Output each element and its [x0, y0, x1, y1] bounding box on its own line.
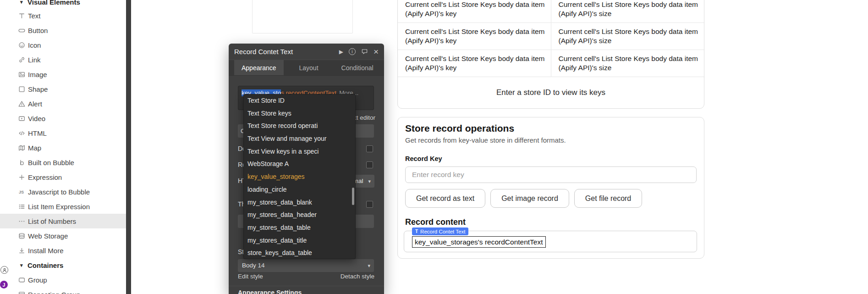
- record-content-label: Record content: [405, 217, 697, 227]
- button-icon: [18, 27, 26, 34]
- sidebar-item-label: Repeating Group: [28, 291, 80, 294]
- sidebar-item-list-item-expression[interactable]: List Item Expression: [0, 199, 126, 214]
- autocomplete-option[interactable]: Text Store ID: [244, 94, 355, 107]
- ghost-element-outline: [252, 0, 353, 33]
- chevron-down-icon: ▾: [368, 259, 370, 272]
- sidebar-item-label: Video: [28, 115, 45, 122]
- preview-play-icon[interactable]: ▶: [339, 49, 343, 55]
- autocomplete-option[interactable]: my_stores_data_header: [244, 209, 355, 222]
- selected-element-tag-label: Record Contet Text: [420, 229, 465, 234]
- sidebar-section-visual-elements[interactable]: ▾Visual Elements: [0, 0, 126, 8]
- sidebar-item-map[interactable]: Map: [0, 140, 126, 155]
- cell-line2: (Apify API)'s size: [559, 63, 704, 72]
- sidebar-item-text[interactable]: Text: [0, 8, 126, 23]
- cell-line2: (Apify API)'s key: [405, 36, 551, 45]
- panel-body: key_value_stos recordContentTextMore... …: [229, 76, 384, 294]
- sidebar-section-containers[interactable]: ▾Containers: [0, 258, 126, 272]
- bubble-icon: [18, 159, 26, 166]
- checkbox[interactable]: [366, 201, 373, 208]
- sidebar-item-icon[interactable]: Icon: [0, 38, 126, 52]
- autocomplete-option[interactable]: Text View keys in a speci: [244, 145, 355, 158]
- autocomplete-option[interactable]: WebStorage A: [244, 158, 355, 171]
- sidebar-item-list-of-numbers[interactable]: List of Numbers: [0, 214, 126, 228]
- chevron-down-icon: ▾: [20, 0, 25, 5]
- edit-style-link[interactable]: Edit style: [238, 273, 263, 280]
- sidebar-item-web-storage[interactable]: Web Storage: [0, 228, 126, 243]
- tab-appearance[interactable]: Appearance: [234, 60, 284, 75]
- cell-line1: Current cell's List Store Keys body data…: [405, 0, 551, 9]
- autocomplete-option[interactable]: Text Store record operati: [244, 120, 355, 133]
- checkbox[interactable]: [366, 161, 373, 168]
- cell-line1: Current cell's List Store Keys body data…: [405, 27, 551, 36]
- sidebar-item-video[interactable]: Video: [0, 111, 126, 126]
- tab-conditional[interactable]: Conditional: [334, 60, 381, 75]
- sidebar-item-button[interactable]: Button: [0, 23, 126, 38]
- table-cell-right[interactable]: Current cell's List Store Keys body data…: [551, 23, 704, 50]
- dropdown-scrollbar[interactable]: [352, 188, 354, 205]
- button-get-file-record[interactable]: Get file record: [574, 189, 642, 208]
- sidebar-item-label: HTML: [28, 129, 47, 137]
- autocomplete-option[interactable]: Text View and manage your: [244, 133, 355, 145]
- table-row: Current cell's List Store Keys body data…: [398, 50, 704, 77]
- panel-tabs: AppearanceLayoutConditional: [229, 60, 384, 76]
- record-key-label: Record Key: [405, 155, 697, 162]
- store-operations-card: Store record operations Get records from…: [397, 117, 704, 259]
- table-cell-left[interactable]: Current cell's List Store Keys body data…: [398, 23, 551, 50]
- table-cell-right[interactable]: Current cell's List Store Keys body data…: [551, 0, 704, 22]
- sidebar-item-built-on-bubble[interactable]: Built on Bubble: [0, 155, 126, 170]
- cell-line2: (Apify API)'s key: [405, 63, 551, 72]
- checkbox[interactable]: [366, 145, 373, 152]
- sidebar-item-install-more[interactable]: Install More: [0, 243, 126, 258]
- cell-line2: (Apify API)'s size: [559, 36, 704, 45]
- property-editor-header[interactable]: Record Contet Text ▶ i ×: [229, 44, 384, 60]
- autocomplete-option[interactable]: my_stores_data_table: [244, 222, 355, 234]
- autocomplete-option[interactable]: store_keys_data_table: [244, 247, 355, 259]
- table-cell-left[interactable]: Current cell's List Store Keys body data…: [398, 50, 551, 77]
- sidebar-item-label: Group: [28, 276, 47, 284]
- sidebar-item-alert[interactable]: Alert: [0, 96, 126, 111]
- autocomplete-option[interactable]: key_value_storages: [244, 171, 355, 183]
- tab-layout[interactable]: Layout: [292, 60, 326, 75]
- autocomplete-option[interactable]: my_stores_data_title: [244, 234, 355, 247]
- autocomplete-option[interactable]: my_stores_data_blank: [244, 196, 355, 209]
- cell-line1: Current cell's List Store Keys body data…: [405, 54, 551, 63]
- sidebar-item-group[interactable]: Group: [0, 272, 126, 287]
- sidebar-item-javascript-to-bubble[interactable]: JSJavascript to Bubble: [0, 184, 126, 199]
- sidebar-item-shape[interactable]: Shape: [0, 82, 126, 96]
- user-presence-icon[interactable]: [0, 266, 8, 274]
- autocomplete-option[interactable]: Text Store keys: [244, 107, 355, 120]
- sidebar-item-link[interactable]: Link: [0, 52, 126, 67]
- button-get-image-record[interactable]: Get image record: [490, 189, 569, 208]
- install-more-icon: [18, 247, 26, 255]
- selected-text-element[interactable]: key_value_storages's recordContentText: [412, 236, 546, 248]
- keys-table-card: Current cell's List Store Keys body data…: [397, 0, 704, 109]
- sidebar-item-label: Link: [28, 56, 41, 64]
- sidebar-scrollbar[interactable]: [126, 0, 131, 294]
- sidebar-item-expression[interactable]: Expression: [0, 170, 126, 184]
- video-icon: [18, 115, 26, 122]
- autocomplete-option[interactable]: loading_circle: [244, 183, 355, 196]
- detach-style-link[interactable]: Detach style: [341, 273, 374, 280]
- style-select[interactable]: Body 14 ▾: [238, 259, 374, 272]
- selected-element-tag[interactable]: T Record Contet Text: [412, 227, 468, 235]
- close-icon[interactable]: ×: [374, 47, 379, 56]
- sidebar-item-repeating-group[interactable]: Repeating Group: [0, 287, 126, 294]
- shape-icon: [18, 85, 26, 93]
- card-subtitle: Get records from key-value store in diff…: [405, 136, 697, 144]
- image-icon: [18, 71, 26, 78]
- table-row: Current cell's List Store Keys body data…: [398, 23, 704, 50]
- button-get-record-as-text[interactable]: Get record as text: [405, 189, 485, 208]
- appearance-settings-header[interactable]: Appearance Settings: [238, 289, 302, 294]
- sidebar-item-image[interactable]: Image: [0, 67, 126, 82]
- link-icon: [18, 56, 26, 64]
- info-icon[interactable]: i: [349, 48, 356, 55]
- rich-text-editor-link[interactable]: xt editor: [353, 114, 375, 121]
- table-cell-left[interactable]: Current cell's List Store Keys body data…: [398, 0, 551, 22]
- cell-line2: (Apify API)'s size: [559, 9, 704, 18]
- record-key-input[interactable]: [405, 166, 697, 183]
- comment-icon[interactable]: [361, 48, 368, 55]
- table-cell-right[interactable]: Current cell's List Store Keys body data…: [551, 50, 704, 77]
- record-content-group[interactable]: T Record Contet Text key_value_storages'…: [404, 231, 697, 252]
- collaborator-avatar[interactable]: J: [0, 281, 8, 288]
- sidebar-item-html[interactable]: HTML: [0, 126, 126, 140]
